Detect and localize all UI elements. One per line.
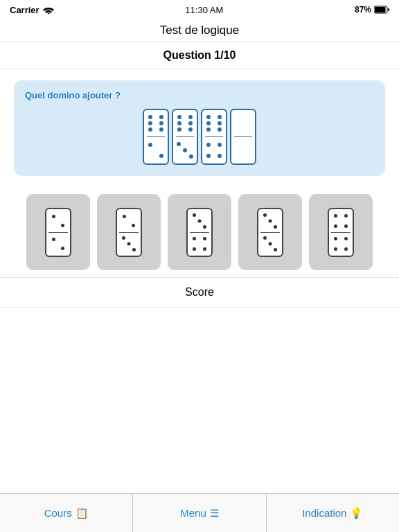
wifi-icon [43,6,54,14]
domino-1-top [145,113,166,134]
nav-menu[interactable]: Menu ☰ [133,494,266,532]
ans4-bottom [260,234,280,254]
domino-4-top [233,113,254,134]
ans2-bottom [119,234,139,254]
answer-domino-2 [116,208,142,257]
ans1-top [48,211,68,231]
answer-option-5[interactable] [309,194,373,270]
svg-rect-2 [375,7,386,12]
menu-label: Menu [180,507,206,519]
answer-option-4[interactable] [238,194,302,270]
svg-rect-3 [388,8,389,11]
ans4-top [260,211,280,231]
cours-label: Cours [44,507,72,519]
domino-3 [201,109,227,165]
answer-domino-5 [328,208,354,257]
domino-3-bottom [204,140,224,161]
indication-label: Indication [302,507,346,519]
ans2-top [119,211,139,231]
indication-icon: 💡 [350,507,363,520]
ans3-bottom [190,234,209,254]
domino-4-bottom [233,140,254,161]
answers-section [0,187,399,277]
score-label: Score [185,286,214,298]
domino-4-empty [230,109,256,165]
domino-1 [143,109,169,165]
status-battery: 87% [355,5,389,15]
question-label: Question 1/10 [0,42,399,69]
status-time: 11:30 AM [185,5,223,15]
bottom-nav: Cours 📋 Menu ☰ Indication 💡 [0,493,399,532]
domino-sequence [25,109,374,165]
ans1-bottom [48,234,68,254]
question-area: Quel domino ajouter ? [14,80,385,176]
answer-option-1[interactable] [26,194,90,270]
battery-icon [374,6,389,14]
nav-cours[interactable]: Cours 📋 [0,494,133,532]
ans3-top [190,211,209,231]
domino-3-top [204,113,224,134]
question-prompt: Quel domino ajouter ? [25,90,374,100]
ans5-top [331,211,351,231]
domino-1-bottom [145,140,166,161]
answer-option-2[interactable] [97,194,161,270]
answer-domino-1 [45,208,71,257]
menu-icon: ☰ [210,507,219,520]
nav-indication[interactable]: Indication 💡 [267,494,399,532]
svg-point-0 [47,13,49,15]
status-carrier: Carrier [10,5,54,15]
cours-icon: 📋 [76,507,89,520]
answer-domino-4 [257,208,283,257]
ans5-bottom [331,234,351,254]
answer-option-3[interactable] [168,194,231,270]
domino-2 [172,109,198,165]
domino-2-top [175,113,195,134]
app-title: Test de logique [0,19,399,42]
status-bar: Carrier 11:30 AM 87% [0,0,399,19]
score-section: Score [0,277,399,308]
answer-domino-3 [186,208,213,257]
domino-2-bottom [175,140,195,161]
